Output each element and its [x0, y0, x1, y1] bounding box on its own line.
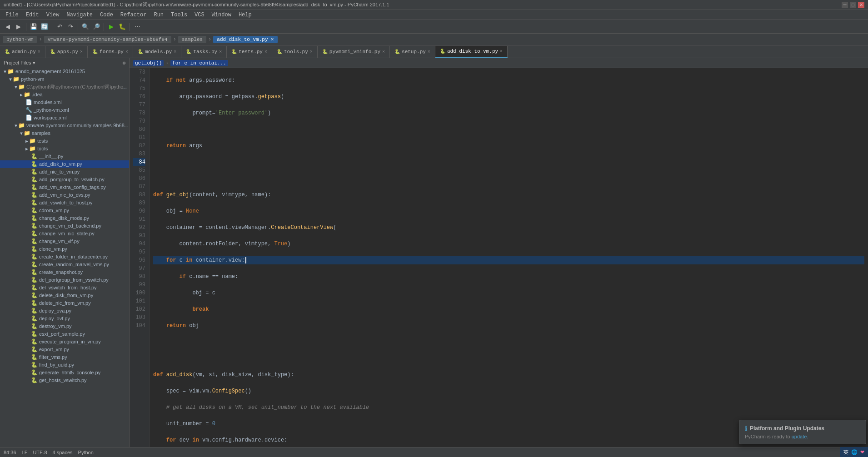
tree-change-vm-vif[interactable]: 🐍change_vm_vif.py — [0, 238, 129, 245]
breadcrumb-for-c[interactable]: for c in contai... — [170, 60, 228, 66]
menu-vcs[interactable]: VCS — [191, 11, 208, 19]
tab-forms[interactable]: 🐍 forms.py × — [88, 46, 133, 58]
tree-delete-disk[interactable]: 🐍delete_disk_from_vm.py — [0, 292, 129, 299]
tree-add-vm-extra[interactable]: 🐍add_vm_extra_config_tags.py — [0, 184, 129, 191]
menu-refactor[interactable]: Refactor — [117, 11, 150, 19]
tree-export-vm[interactable]: 🐍export_vm.py — [0, 346, 129, 353]
tab-close[interactable]: × — [80, 50, 83, 55]
toolbar-redo[interactable]: ↷ — [65, 22, 75, 32]
toolbar-search[interactable]: 🔍 — [80, 22, 90, 32]
toolbar-save-all[interactable]: 💾 — [29, 22, 39, 32]
tree-tools[interactable]: ▶📁tools — [0, 145, 129, 153]
toolbar-debug[interactable]: 🐛 — [117, 22, 127, 32]
tab-apps[interactable]: 🐍 apps.py × — [45, 46, 88, 58]
tree-create-folder[interactable]: 🐍create_folder_in_datacenter.py — [0, 253, 129, 261]
tree-generate-html5[interactable]: 🐍generate_html5_console.py — [0, 369, 129, 377]
tree-enndc[interactable]: ▼📁enndc_management-20161025 — [0, 68, 129, 75]
tab-close[interactable]: × — [125, 50, 128, 55]
nav-file[interactable]: add_disk_to_vm.py × — [213, 36, 277, 43]
tree-change-vm-cd[interactable]: 🐍change_vm_cd_backend.py — [0, 222, 129, 230]
toolbar-run[interactable]: ▶ — [106, 22, 116, 32]
tab-close[interactable]: × — [219, 50, 222, 55]
sidebar-gear[interactable]: ⚙ — [122, 60, 125, 66]
tree-python-vm-xml[interactable]: 🔧_python-vm.xml — [0, 106, 129, 114]
tab-add-disk[interactable]: 🐍 add_disk_to_vm.py × — [435, 46, 508, 58]
tree-add-vswitch[interactable]: 🐍add_vswitch_to_host.py — [0, 199, 129, 207]
tree-idea[interactable]: ▶📁.idea — [0, 91, 129, 99]
tree-destroy-vm[interactable]: 🐍destroy_vm.py — [0, 323, 129, 330]
toolbar-more[interactable]: ⋯ — [132, 22, 142, 32]
tree-add-portgroup[interactable]: 🐍add_portgroup_to_vswitch.py — [0, 176, 129, 184]
tab-tools[interactable]: 🐍 tools.py × — [272, 46, 318, 58]
tree-get-hosts[interactable]: 🐍get_hosts_vswitch.py — [0, 377, 129, 384]
tree-workspace-xml[interactable]: 📄workspace.xml — [0, 114, 129, 122]
tree-deploy-ovf[interactable]: 🐍deploy_ovf.py — [0, 315, 129, 323]
tree-change-disk[interactable]: 🐍change_disk_mode.py — [0, 214, 129, 222]
restore-button[interactable]: □ — [850, 2, 856, 8]
tab-close[interactable]: × — [382, 50, 385, 55]
tab-close[interactable]: × — [174, 50, 176, 55]
tree-modules-xml[interactable]: 📄modules.xml — [0, 99, 129, 106]
tree-add-disk[interactable]: 🐍add_disk_to_vm.py — [0, 160, 129, 168]
tab-close[interactable]: × — [38, 50, 40, 55]
tab-close[interactable]: × — [310, 50, 313, 55]
window-controls[interactable]: ─ □ ✕ — [842, 2, 864, 8]
minimize-button[interactable]: ─ — [842, 2, 848, 8]
tab-tests[interactable]: 🐍 tests.py × — [227, 46, 272, 58]
menu-navigate[interactable]: Navigate — [63, 11, 96, 19]
menu-view[interactable]: View — [43, 11, 63, 19]
nav-python-vm[interactable]: python-vm — [3, 36, 37, 43]
menu-file[interactable]: File — [2, 11, 22, 19]
tree-esxi-perf[interactable]: 🐍esxi_perf_sample.py — [0, 330, 129, 338]
tree-init[interactable]: 🐍__init__.py — [0, 153, 129, 160]
nav-repo[interactable]: vmware-pyvmomi-community-samples-9b68f94 — [44, 36, 171, 43]
tab-close[interactable]: × — [264, 50, 267, 55]
tray-language[interactable]: 英 — [843, 449, 848, 456]
tree-del-vswitch[interactable]: 🐍del_vswitch_from_host.py — [0, 284, 129, 292]
tree-path[interactable]: ▼📁C:\pythonf词\python-vm (C:\pythonf词\pyt… — [0, 83, 129, 91]
tab-setup[interactable]: 🐍 setup.py × — [390, 46, 435, 58]
tree-clone-vm[interactable]: 🐍clone_vm.py — [0, 245, 129, 253]
tray-network[interactable]: 🌐 — [851, 449, 858, 455]
menu-code[interactable]: Code — [96, 11, 117, 19]
menu-tools[interactable]: Tools — [167, 11, 191, 19]
tab-tasks[interactable]: 🐍 tasks.py × — [181, 46, 227, 58]
code-container[interactable]: 73 74 75 76 77 78 79 80 81 82 83 84 85 8… — [130, 68, 868, 447]
toolbar-replace[interactable]: 🔎 — [91, 22, 101, 32]
toolbar-forward[interactable]: ▶ — [14, 22, 24, 32]
tree-samples[interactable]: ▼📁samples — [0, 129, 129, 137]
notification-text: PyCharm is ready to — [745, 434, 790, 439]
tree-cdrom[interactable]: 🐍cdrom_vm.py — [0, 207, 129, 214]
toolbar-back[interactable]: ◀ — [3, 22, 13, 32]
tree-delete-nic[interactable]: 🐍delete_nic_from_vm.py — [0, 299, 129, 307]
notification-link[interactable]: update. — [792, 434, 808, 439]
tree-del-portgroup[interactable]: 🐍del_portgroup_from_vswitch.py — [0, 276, 129, 284]
tree-tests[interactable]: ▶📁tests — [0, 137, 129, 145]
tree-create-random[interactable]: 🐍create_random_marvel_vms.py — [0, 261, 129, 268]
tree-change-vm-nic[interactable]: 🐍change_vm_nic_state.py — [0, 230, 129, 238]
tree-execute[interactable]: 🐍execute_program_in_vm.py — [0, 338, 129, 346]
tab-admin[interactable]: 🐍 admin.py × — [0, 46, 45, 58]
tree-python-vm[interactable]: ▼📁python-vm — [0, 75, 129, 83]
tab-pyvmomi-vminfo[interactable]: 🐍 pyvmomi_vminfo.py × — [318, 46, 390, 58]
tree-vmware[interactable]: ▼📁vmware-pyvmomi-community-samples-9b68f… — [0, 122, 129, 129]
tree-deploy-ova[interactable]: 🐍deploy_ova.py — [0, 307, 129, 315]
tree-find-uuid[interactable]: 🐍find_by_uuid.py — [0, 361, 129, 369]
close-button[interactable]: ✕ — [858, 2, 864, 8]
breadcrumb-get-obj[interactable]: get_obj() — [133, 60, 164, 66]
toolbar-synchronize[interactable]: 🔄 — [40, 22, 50, 32]
code-editor[interactable]: if not args.password: args.password = ge… — [150, 68, 868, 447]
menu-run[interactable]: Run — [150, 11, 167, 19]
nav-samples[interactable]: samples — [178, 36, 206, 43]
tree-filter-vms[interactable]: 🐍filter_vms.py — [0, 353, 129, 361]
tree-create-snapshot[interactable]: 🐍create_snapshot.py — [0, 268, 129, 276]
tree-add-vm-nic[interactable]: 🐍add_vm_nic_to_dvs.py — [0, 191, 129, 199]
menu-help[interactable]: Help — [235, 11, 255, 19]
tab-close[interactable]: × — [428, 50, 430, 55]
tab-models[interactable]: 🐍 models.py × — [133, 46, 181, 58]
menu-edit[interactable]: Edit — [22, 11, 43, 19]
tab-close[interactable]: × — [500, 49, 503, 54]
menu-window[interactable]: Window — [208, 11, 235, 19]
toolbar-undo[interactable]: ↶ — [55, 22, 65, 32]
tree-add-nic[interactable]: 🐍add_nic_to_vm.py — [0, 168, 129, 176]
